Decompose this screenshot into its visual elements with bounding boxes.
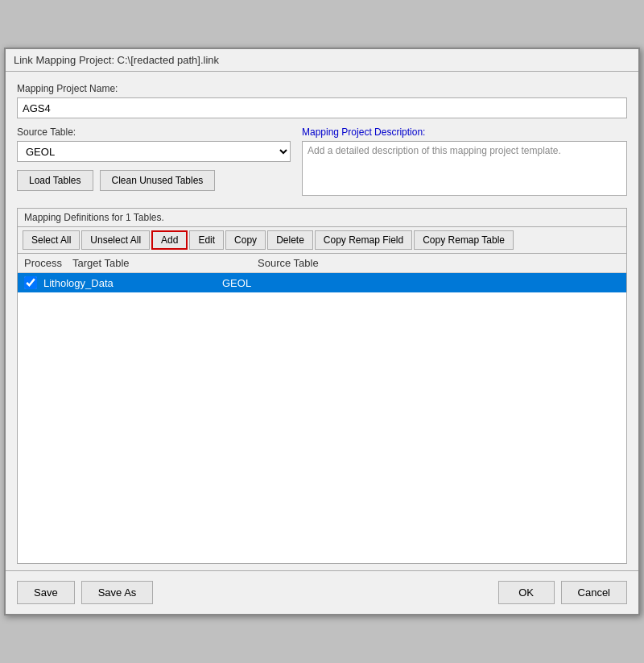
save-as-button[interactable]: Save As (81, 581, 154, 604)
col-source-header: Source Table (258, 257, 620, 269)
delete-button[interactable]: Delete (267, 230, 313, 250)
unselect-all-button[interactable]: Unselect All (81, 230, 150, 250)
source-table-select[interactable]: GEOL (17, 141, 291, 162)
ok-button[interactable]: OK (498, 581, 555, 604)
row-source-table: GEOL (222, 277, 620, 289)
source-table-label: Source Table: (17, 126, 291, 138)
select-all-button[interactable]: Select All (23, 230, 80, 250)
load-tables-button[interactable]: Load Tables (17, 170, 93, 191)
edit-button[interactable]: Edit (189, 230, 224, 250)
row-checkbox[interactable] (24, 276, 37, 289)
mapping-description-label: Mapping Project Description: (302, 126, 627, 138)
clean-unused-tables-button[interactable]: Clean Unused Tables (100, 170, 216, 191)
mapping-definitions-section: Mapping Definitions for 1 Tables. Select… (17, 208, 627, 564)
footer: Save Save As OK Cancel (6, 570, 638, 614)
title-bar-text: Link Mapping Project: C:\[redacted path]… (14, 54, 219, 66)
cancel-button[interactable]: Cancel (561, 581, 627, 604)
col-process-header: Process (24, 257, 72, 269)
table-row[interactable]: Lithology_Data GEOL (18, 273, 626, 292)
save-button[interactable]: Save (17, 581, 75, 604)
main-window: Link Mapping Project: C:\[redacted path]… (4, 48, 640, 615)
copy-remap-field-button[interactable]: Copy Remap Field (315, 230, 412, 250)
mapping-project-name-label: Mapping Project Name: (17, 83, 627, 94)
row-target-table: Lithology_Data (43, 277, 222, 289)
mapping-definitions-header: Mapping Definitions for 1 Tables. (18, 209, 626, 227)
mapping-description-textarea[interactable]: Add a detailed description of this mappi… (302, 141, 627, 196)
copy-remap-table-button[interactable]: Copy Remap Table (414, 230, 514, 250)
table-header: Process Target Table Source Table (18, 254, 626, 273)
mapping-project-name-input[interactable] (17, 97, 627, 118)
table-body: Lithology_Data GEOL (18, 273, 626, 563)
col-target-header: Target Table (72, 257, 258, 269)
copy-button[interactable]: Copy (225, 230, 266, 250)
title-bar: Link Mapping Project: C:\[redacted path]… (6, 49, 638, 72)
add-button[interactable]: Add (151, 230, 188, 250)
mapping-toolbar: Select All Unselect All Add Edit Copy De… (18, 227, 626, 254)
